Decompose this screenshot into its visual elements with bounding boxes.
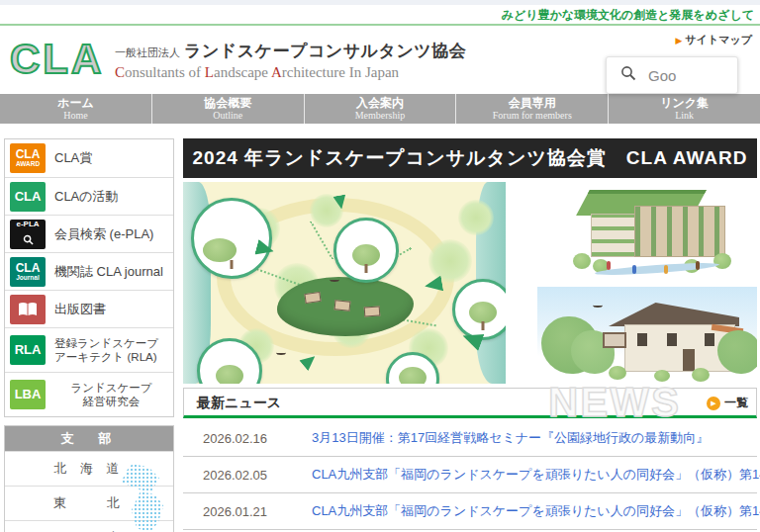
bird-icon — [276, 350, 286, 355]
sidebar-item-label: CLA賞 — [54, 149, 92, 167]
sitemap-arrow-icon: ▶ — [676, 36, 683, 45]
news-link[interactable]: CLA九州支部「福岡のランドスケープを頑張りたい人の同好会」（仮称）第147夜 — [312, 502, 760, 520]
map-detail-circle — [191, 198, 272, 279]
header-divider — [0, 24, 760, 26]
illustration-green-building[interactable] — [537, 182, 757, 279]
sidebar-menu: CLAAWARD CLA賞 CLA CLAの活動 e-PLA 会員検索 (e-P… — [4, 138, 174, 417]
site-tagline: みどり豊かな環境文化の創造と発展をめざして — [502, 7, 754, 24]
news-date: 2026.02.16 — [203, 431, 290, 446]
page: みどり豊かな環境文化の創造と発展をめざして CLA 一般社団法人 ランドスケープ… — [0, 0, 760, 532]
sitemap-label: サイトマップ — [685, 34, 752, 45]
sitemap-link[interactable]: ▶サイトマップ — [676, 33, 752, 47]
lba-badge-icon: LBA — [10, 380, 46, 409]
news-item: 2026.01.21 CLA九州支部「福岡のランドスケープを頑張りたい人の同好会… — [183, 493, 757, 530]
cla-logo[interactable]: CLA — [10, 36, 104, 83]
map-detail-circle — [333, 218, 399, 283]
sidebar-item-label: 登録ランドスケープアーキテクト (RLA) — [54, 336, 158, 364]
sidebar-item-label: 会員検索 (e-PLA) — [54, 225, 153, 243]
sidebar-item-cla-journal[interactable]: CLAJournal 機関誌 CLA journal — [5, 252, 173, 290]
award-banner[interactable]: 2024 年ランドスケープコンサルタンツ協会賞 CLA AWARD — [183, 138, 757, 178]
sidebar-item-label: 出版図書 — [54, 301, 106, 318]
news-list-link[interactable]: ▶ 一覧 — [707, 395, 748, 411]
org-name-jp: ランドスケープコンサルタンツ協会 — [184, 40, 466, 62]
search-placeholder: Goo — [648, 67, 676, 84]
sidebar-item-cla-award[interactable]: CLAAWARD CLA賞 — [5, 139, 173, 177]
branches-title: 支 部 — [5, 426, 173, 451]
illustration-house[interactable] — [537, 287, 757, 384]
news-watermark: NEWS — [548, 383, 681, 422]
map-detail-circle — [452, 279, 506, 340]
nav-item-members-forum[interactable]: 会員専用 Forum for members — [455, 94, 608, 124]
sidebar-branches: 支 部 北 海 道 東 北 関 東 — [4, 425, 174, 532]
cla-award-badge-icon: CLAAWARD — [10, 143, 46, 173]
news-title: 最新ニュース — [197, 395, 281, 412]
news-list: 2026.02.16 3月13日開催：第17回経営戦略セミナー『公園緑地行政の最… — [183, 420, 757, 530]
news-header: NEWS 最新ニュース ▶ 一覧 — [183, 388, 757, 418]
more-arrow-icon: ▶ — [707, 397, 720, 410]
branch-item-kanto[interactable]: 関 東 — [5, 520, 173, 532]
bird-icon — [330, 277, 339, 282]
org-name-en: Consultants of Landscape Architecture In… — [115, 64, 466, 81]
epla-badge-icon: e-PLA — [10, 220, 46, 249]
sidebar-item-publications[interactable]: 出版図書 — [5, 290, 173, 327]
bird-icon — [593, 303, 603, 308]
nav-item-home[interactable]: ホーム Home — [0, 94, 151, 124]
news-item: 2026.02.05 CLA九州支部「福岡のランドスケープを頑張りたい人の同好会… — [183, 457, 757, 493]
sidebar-item-cla-activities[interactable]: CLA CLAの活動 — [5, 177, 173, 215]
sidebar-item-label: 機関誌 CLA journal — [54, 263, 163, 281]
news-date: 2026.01.21 — [203, 504, 290, 519]
epla-search-icon — [23, 231, 34, 249]
book-icon — [10, 295, 46, 324]
org-type-label: 一般社団法人 — [115, 45, 180, 60]
news-item: 2026.02.16 3月13日開催：第17回経営戦略セミナー『公園緑地行政の最… — [183, 420, 757, 457]
illustration-landscape-map[interactable] — [183, 182, 506, 384]
branch-item-hokkaido[interactable]: 北 海 道 — [5, 451, 173, 486]
cla-badge-icon: CLA — [10, 182, 46, 212]
nav-item-membership[interactable]: 入会案内 Membership — [304, 94, 456, 124]
branch-item-tohoku[interactable]: 東 北 — [5, 486, 173, 520]
news-link[interactable]: 3月13日開催：第17回経営戦略セミナー『公園緑地行政の最新動向』 — [312, 429, 709, 447]
nav-item-links[interactable]: リンク集 Link — [608, 94, 760, 124]
nav-item-outline[interactable]: 協会概要 Outline — [151, 94, 304, 124]
sidebar-item-lba[interactable]: LBA ランドスケープ経営研究会 — [5, 372, 173, 416]
hero-illustration — [183, 182, 757, 384]
news-date: 2026.02.05 — [203, 468, 290, 483]
top-strip — [0, 0, 760, 5]
news-link[interactable]: CLA九州支部「福岡のランドスケープを頑張りたい人の同好会」（仮称）第148夜 — [312, 466, 760, 484]
rla-badge-icon: RLA — [10, 335, 46, 365]
sidebar-item-member-search[interactable]: e-PLA 会員検索 (e-PLA) — [5, 215, 173, 252]
org-name-block: 一般社団法人 ランドスケープコンサルタンツ協会 Consultants of L… — [115, 40, 466, 81]
sidebar-item-label: ランドスケープ経営研究会 — [54, 381, 168, 408]
sidebar-item-rla[interactable]: RLA 登録ランドスケープアーキテクト (RLA) — [5, 327, 173, 372]
sidebar-item-label: CLAの活動 — [54, 188, 119, 206]
search-icon — [620, 65, 636, 85]
main-nav: ホーム Home 協会概要 Outline 入会案内 Membership 会員… — [0, 94, 760, 124]
search-input[interactable]: Goo — [606, 56, 738, 94]
cla-journal-badge-icon: CLAJournal — [10, 257, 46, 287]
